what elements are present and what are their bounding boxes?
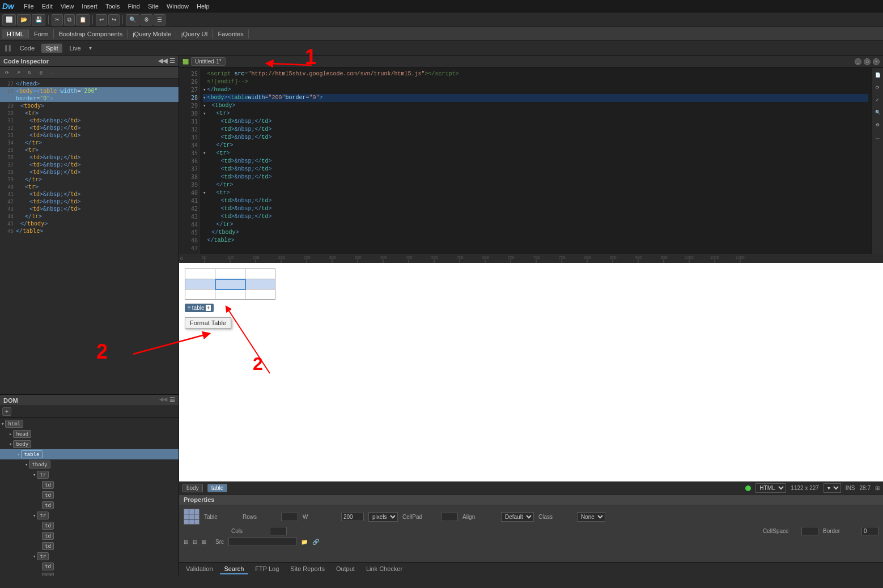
- rs-more-icon[interactable]: …: [873, 133, 882, 142]
- code-view-btn[interactable]: Code: [15, 44, 39, 53]
- design-td-1-3[interactable]: [245, 269, 275, 279]
- prop-browse-icon[interactable]: 📁: [301, 539, 308, 545]
- dom-td-2-3[interactable]: td: [0, 541, 179, 551]
- prop-icon-3[interactable]: ⊠: [202, 539, 206, 545]
- tb-more1[interactable]: ⚙: [141, 14, 152, 25]
- bottom-tab-output[interactable]: Output: [332, 564, 359, 574]
- menu-insert[interactable]: Insert: [78, 2, 101, 11]
- design-td-3-2[interactable]: [215, 289, 245, 300]
- insert-tab-favorites[interactable]: Favorites: [213, 29, 248, 39]
- dom-tag-head[interactable]: head: [13, 430, 31, 438]
- rs-valid-icon[interactable]: ✓: [873, 95, 882, 104]
- dom-tag-html[interactable]: html: [5, 420, 23, 428]
- design-td-1-2[interactable]: [215, 269, 245, 279]
- menu-window[interactable]: Window: [163, 2, 193, 11]
- tb-copy[interactable]: ⧉: [64, 14, 75, 25]
- table-indicator-plus[interactable]: +: [206, 305, 211, 311]
- editor-tab-untitled[interactable]: Untitled-1*: [191, 57, 226, 66]
- design-tr-2[interactable]: [185, 279, 275, 289]
- insert-tab-jquerymobile[interactable]: jQuery Mobile: [128, 29, 176, 39]
- insert-tab-bootstrap[interactable]: Bootstrap Components: [54, 29, 128, 39]
- tb-open[interactable]: 📂: [17, 14, 31, 25]
- maximize-btn[interactable]: □: [864, 58, 871, 65]
- close-btn[interactable]: ×: [873, 58, 880, 65]
- menu-view[interactable]: View: [57, 2, 78, 11]
- dom-td-2-1[interactable]: td: [0, 521, 179, 531]
- ci-sync-btn[interactable]: ⟳: [2, 68, 11, 77]
- dom-tag-td-1-2[interactable]: td: [42, 491, 54, 499]
- dom-html[interactable]: ▾ html: [0, 419, 179, 429]
- prop-cellpad-input[interactable]: [441, 513, 458, 521]
- tb-redo[interactable]: ↪: [108, 14, 120, 25]
- insert-tab-form[interactable]: Form: [29, 29, 54, 39]
- dom-td-1-3[interactable]: td: [0, 500, 179, 510]
- prop-cellspace-input[interactable]: [801, 527, 818, 535]
- ci-select-btn[interactable]: ↗: [14, 68, 23, 77]
- dom-td-1-2[interactable]: td: [0, 490, 179, 500]
- menu-edit[interactable]: Edit: [38, 2, 57, 11]
- prop-rows-input[interactable]: [281, 513, 298, 521]
- prop-border-input[interactable]: [861, 527, 878, 535]
- prop-icon-2[interactable]: ⊟: [193, 539, 197, 545]
- dom-collapse-btn[interactable]: ◀◀: [159, 397, 167, 404]
- dom-td-2-2[interactable]: td: [0, 531, 179, 541]
- prop-class-select[interactable]: None: [577, 512, 605, 522]
- prop-link-icon[interactable]: 🔗: [312, 539, 319, 545]
- menu-file[interactable]: File: [20, 2, 38, 11]
- design-view[interactable]: ≡ table + Format Table 2: [179, 263, 883, 482]
- bottom-tab-site-reports[interactable]: Site Reports: [286, 564, 329, 574]
- dom-tag-td-3-2[interactable]: td: [42, 573, 54, 576]
- menu-help[interactable]: Help: [193, 2, 214, 11]
- bottom-tab-search[interactable]: Search: [220, 564, 249, 574]
- tb-find[interactable]: 🔍: [126, 14, 139, 25]
- table-indicator[interactable]: ≡ table +: [185, 304, 214, 312]
- dom-tag-tr-2[interactable]: tr: [37, 512, 49, 519]
- dom-body[interactable]: ▾ body: [0, 439, 179, 449]
- design-tr-1[interactable]: [185, 269, 275, 279]
- dom-tag-td-1-1[interactable]: td: [42, 481, 54, 489]
- rs-sync-icon[interactable]: ⟳: [873, 83, 882, 92]
- dom-tag-td-2-3[interactable]: td: [42, 542, 54, 550]
- ci-refresh-btn[interactable]: ↻: [25, 68, 34, 77]
- ci-collapse-btn[interactable]: ◀◀: [158, 57, 167, 65]
- dom-td-1-1[interactable]: td: [0, 480, 179, 490]
- design-td-3-1[interactable]: [185, 289, 215, 300]
- dom-head[interactable]: ▸ head: [0, 429, 179, 439]
- tb-paste[interactable]: 📋: [76, 14, 90, 25]
- dom-tag-tr-1[interactable]: tr: [37, 471, 49, 479]
- live-view-btn[interactable]: Live: [65, 44, 85, 53]
- status-tag-body[interactable]: body: [182, 484, 203, 492]
- dom-tag-tr-3[interactable]: tr: [37, 552, 49, 560]
- tb-save[interactable]: 💾: [32, 14, 45, 25]
- prop-unit-select[interactable]: pixels: [368, 512, 398, 522]
- dom-tag-td-1-3[interactable]: td: [42, 501, 54, 509]
- design-td-2-1[interactable]: [185, 279, 215, 289]
- dom-tbody[interactable]: ▾ tbody: [0, 459, 179, 470]
- status-mode-select[interactable]: HTML: [755, 483, 786, 493]
- dom-tag-tbody[interactable]: tbody: [29, 461, 50, 468]
- tb-more2[interactable]: ☰: [154, 14, 165, 25]
- dom-tag-body[interactable]: body: [13, 440, 31, 448]
- tb-cut[interactable]: ✂: [52, 14, 63, 25]
- insert-tab-jqueryui[interactable]: jQuery UI: [177, 29, 213, 39]
- prop-src-input[interactable]: [228, 538, 296, 546]
- status-dim-select[interactable]: ▾: [823, 483, 841, 493]
- insert-tab-html[interactable]: HTML: [2, 29, 29, 39]
- prop-w-input[interactable]: [341, 513, 364, 521]
- bottom-tab-ftp[interactable]: FTP Log: [251, 564, 283, 574]
- status-tag-table[interactable]: table: [207, 484, 228, 492]
- dom-tag-td-2-1[interactable]: td: [42, 522, 54, 530]
- dom-menu-btn[interactable]: ☰: [169, 397, 175, 404]
- design-table[interactable]: [185, 269, 275, 300]
- menu-tools[interactable]: Tools: [101, 2, 124, 11]
- dom-td-3-1[interactable]: td: [0, 561, 179, 572]
- prop-align-select[interactable]: Default: [501, 512, 534, 522]
- format-table-popup[interactable]: Format Table: [185, 317, 231, 329]
- tb-undo[interactable]: ↩: [96, 14, 107, 25]
- dom-tr-3[interactable]: ▾ tr: [0, 551, 179, 561]
- rs-inspect-icon[interactable]: 🔍: [873, 108, 882, 117]
- dom-tag-td-3-1[interactable]: td: [42, 563, 54, 570]
- minimize-btn[interactable]: _: [855, 58, 861, 65]
- dom-add-btn[interactable]: +: [2, 407, 11, 416]
- ci-menu-btn[interactable]: ☰: [169, 57, 175, 65]
